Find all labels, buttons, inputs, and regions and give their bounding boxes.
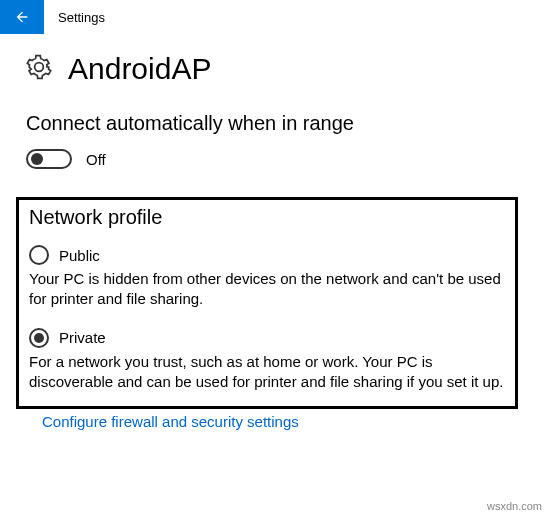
radio-private-description: For a network you trust, such as at home… (29, 352, 505, 393)
network-profile-heading: Network profile (29, 206, 505, 229)
radio-private-label: Private (59, 329, 106, 346)
titlebar: Settings (0, 0, 548, 34)
network-profile-section: Network profile Public Your PC is hidden… (16, 197, 518, 409)
toggle-knob (31, 153, 43, 165)
back-arrow-icon (14, 9, 30, 25)
gear-icon (26, 54, 52, 84)
radio-private[interactable] (29, 328, 49, 348)
window-title: Settings (58, 10, 105, 25)
network-name: AndroidAP (68, 52, 211, 86)
profile-option-public[interactable]: Public (29, 245, 505, 265)
radio-public-label: Public (59, 247, 100, 264)
back-button[interactable] (0, 0, 44, 34)
auto-connect-toggle-label: Off (86, 151, 106, 168)
settings-content: AndroidAP Connect automatically when in … (0, 34, 548, 431)
auto-connect-toggle[interactable] (26, 149, 72, 169)
firewall-settings-link[interactable]: Configure firewall and security settings (42, 413, 299, 430)
auto-connect-heading: Connect automatically when in range (26, 112, 522, 135)
network-header: AndroidAP (26, 52, 522, 86)
watermark: wsxdn.com (487, 500, 542, 512)
auto-connect-toggle-row: Off (26, 149, 522, 169)
radio-public[interactable] (29, 245, 49, 265)
radio-public-description: Your PC is hidden from other devices on … (29, 269, 505, 310)
profile-option-private[interactable]: Private (29, 328, 505, 348)
